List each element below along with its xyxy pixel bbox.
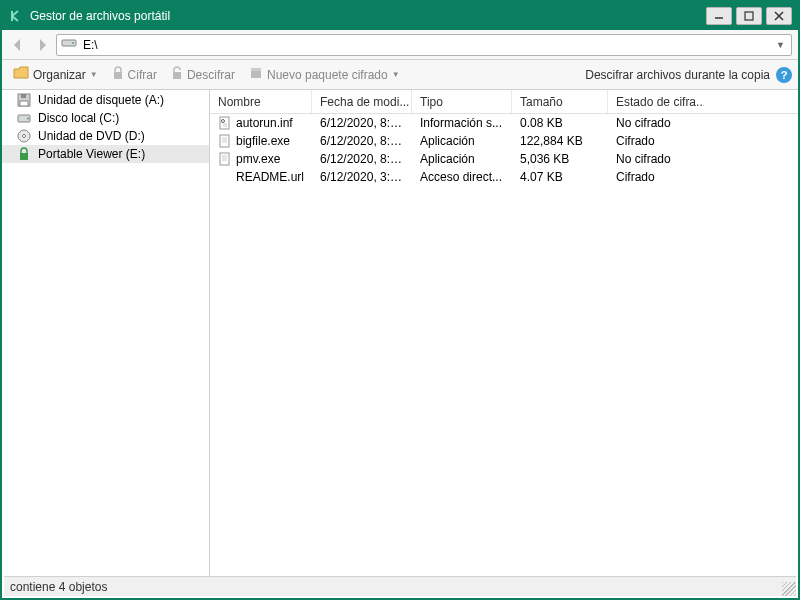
cell-type: Aplicación bbox=[412, 134, 512, 148]
folder-icon bbox=[13, 66, 29, 83]
cell-type: Aplicación bbox=[412, 152, 512, 166]
actions-toolbar: Organizar ▼ Cifrar Descifrar Nuevo paque… bbox=[2, 60, 798, 90]
floppy-icon bbox=[16, 92, 32, 108]
svg-rect-9 bbox=[21, 94, 26, 98]
header-size[interactable]: Tamaño bbox=[512, 90, 608, 113]
unlock-icon bbox=[171, 66, 183, 83]
list-row[interactable]: pmv.exe6/12/2020, 8:5...Aplicación5,036 … bbox=[210, 150, 798, 168]
file-icon bbox=[218, 170, 232, 184]
cell-name: README.url bbox=[210, 170, 312, 184]
decrypt-on-copy-link[interactable]: Descifrar archivos durante la copia bbox=[585, 68, 770, 82]
tree-item[interactable]: Disco local (C:) bbox=[2, 109, 209, 127]
svg-rect-16 bbox=[220, 117, 229, 129]
decipher-label: Descifrar bbox=[187, 68, 235, 82]
cell-date: 6/12/2020, 8:5... bbox=[312, 116, 412, 130]
tree-view: Unidad de disquete (A:)Disco local (C:)U… bbox=[2, 90, 210, 576]
caret-down-icon: ▼ bbox=[90, 70, 98, 79]
title-bar: Gestor de archivos portátil bbox=[2, 2, 798, 30]
header-enc[interactable]: Estado de cifra... bbox=[608, 90, 704, 113]
header-date[interactable]: Fecha de modi... bbox=[312, 90, 412, 113]
address-bar[interactable]: ▼ bbox=[56, 34, 792, 56]
help-icon[interactable]: ? bbox=[776, 67, 792, 83]
tree-item[interactable]: Unidad de DVD (D:) bbox=[2, 127, 209, 145]
file-icon bbox=[218, 116, 232, 130]
file-name: pmv.exe bbox=[236, 152, 280, 166]
tree-item-label: Disco local (C:) bbox=[38, 111, 119, 125]
file-name: README.url bbox=[236, 170, 304, 184]
svg-point-3 bbox=[72, 42, 74, 44]
svg-point-14 bbox=[23, 135, 26, 138]
decipher-button[interactable]: Descifrar bbox=[166, 64, 240, 86]
tree-item-label: Portable Viewer (E:) bbox=[38, 147, 145, 161]
cell-name: autorun.inf bbox=[210, 116, 312, 130]
maximize-button[interactable] bbox=[736, 7, 762, 25]
cell-type: Acceso direct... bbox=[412, 170, 512, 184]
tree-item[interactable]: Unidad de disquete (A:) bbox=[2, 91, 209, 109]
tree-item[interactable]: Portable Viewer (E:) bbox=[2, 145, 209, 163]
cell-enc: Cifrado bbox=[608, 170, 704, 184]
svg-rect-7 bbox=[251, 68, 261, 71]
dvd-icon bbox=[16, 128, 32, 144]
svg-rect-24 bbox=[220, 153, 229, 165]
drive-icon bbox=[61, 37, 77, 53]
app-icon bbox=[8, 9, 22, 23]
file-name: bigfile.exe bbox=[236, 134, 290, 148]
new-package-label: Nuevo paquete cifrado bbox=[267, 68, 388, 82]
cipher-button[interactable]: Cifrar bbox=[107, 64, 162, 86]
svg-rect-6 bbox=[251, 70, 261, 78]
svg-rect-4 bbox=[114, 72, 122, 79]
hdd-icon bbox=[16, 110, 32, 126]
list-view: Nombre Fecha de modi... Tipo Tamaño Esta… bbox=[210, 90, 798, 576]
package-icon bbox=[249, 66, 263, 83]
address-dropdown[interactable]: ▼ bbox=[774, 40, 787, 50]
organize-label: Organizar bbox=[33, 68, 86, 82]
svg-rect-10 bbox=[20, 101, 28, 106]
cell-date: 6/12/2020, 3:0... bbox=[312, 170, 412, 184]
minimize-button[interactable] bbox=[706, 7, 732, 25]
new-package-button[interactable]: Nuevo paquete cifrado ▼ bbox=[244, 64, 405, 86]
cell-name: bigfile.exe bbox=[210, 134, 312, 148]
cell-size: 5,036 KB bbox=[512, 152, 608, 166]
resize-grip[interactable] bbox=[782, 582, 796, 596]
content-area: Unidad de disquete (A:)Disco local (C:)U… bbox=[2, 90, 798, 576]
status-text: contiene 4 objetos bbox=[10, 580, 107, 594]
cell-type: Información s... bbox=[412, 116, 512, 130]
cipher-label: Cifrar bbox=[128, 68, 157, 82]
header-name[interactable]: Nombre bbox=[210, 90, 312, 113]
cell-date: 6/12/2020, 8:5... bbox=[312, 152, 412, 166]
list-header: Nombre Fecha de modi... Tipo Tamaño Esta… bbox=[210, 90, 798, 114]
svg-rect-20 bbox=[220, 135, 229, 147]
status-bar: contiene 4 objetos bbox=[4, 576, 796, 596]
list-rows: autorun.inf6/12/2020, 8:5...Información … bbox=[210, 114, 798, 576]
svg-rect-1 bbox=[745, 12, 753, 20]
svg-rect-5 bbox=[173, 72, 181, 79]
close-button[interactable] bbox=[766, 7, 792, 25]
lock-icon bbox=[16, 146, 32, 162]
file-name: autorun.inf bbox=[236, 116, 293, 130]
tree-item-label: Unidad de disquete (A:) bbox=[38, 93, 164, 107]
cell-enc: No cifrado bbox=[608, 116, 704, 130]
cell-enc: No cifrado bbox=[608, 152, 704, 166]
svg-point-12 bbox=[27, 118, 29, 120]
caret-down-icon: ▼ bbox=[392, 70, 400, 79]
nav-back-button[interactable] bbox=[8, 35, 28, 55]
address-input[interactable] bbox=[83, 38, 774, 52]
list-row[interactable]: README.url6/12/2020, 3:0...Acceso direct… bbox=[210, 168, 798, 186]
window-title: Gestor de archivos portátil bbox=[30, 9, 706, 23]
tree-item-label: Unidad de DVD (D:) bbox=[38, 129, 145, 143]
svg-rect-15 bbox=[20, 153, 28, 160]
nav-toolbar: ▼ bbox=[2, 30, 798, 60]
list-row[interactable]: autorun.inf6/12/2020, 8:5...Información … bbox=[210, 114, 798, 132]
organize-button[interactable]: Organizar ▼ bbox=[8, 64, 103, 86]
file-icon bbox=[218, 134, 232, 148]
cell-name: pmv.exe bbox=[210, 152, 312, 166]
cell-size: 0.08 KB bbox=[512, 116, 608, 130]
cell-date: 6/12/2020, 8:5... bbox=[312, 134, 412, 148]
cell-size: 122,884 KB bbox=[512, 134, 608, 148]
list-row[interactable]: bigfile.exe6/12/2020, 8:5...Aplicación12… bbox=[210, 132, 798, 150]
cell-size: 4.07 KB bbox=[512, 170, 608, 184]
file-icon bbox=[218, 152, 232, 166]
header-type[interactable]: Tipo bbox=[412, 90, 512, 113]
lock-icon bbox=[112, 66, 124, 83]
nav-forward-button[interactable] bbox=[32, 35, 52, 55]
